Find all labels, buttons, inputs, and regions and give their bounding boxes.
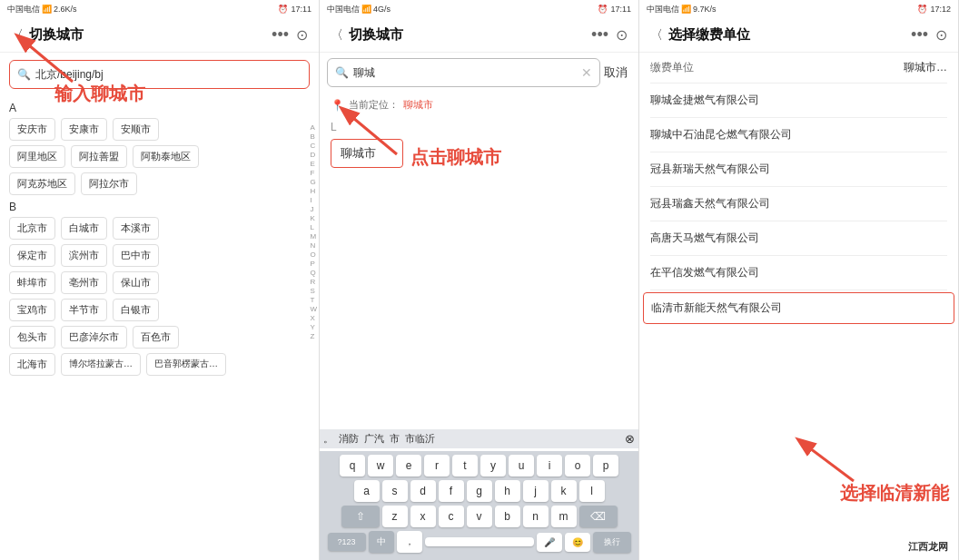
key-e[interactable]: e bbox=[396, 455, 421, 476]
nav-back-3[interactable]: 〈 bbox=[650, 27, 663, 44]
city-btn[interactable]: 包头市 bbox=[9, 326, 55, 349]
key-q[interactable]: q bbox=[340, 455, 365, 476]
search-bar-2[interactable]: 🔍 聊城 ✕ bbox=[327, 58, 600, 87]
key-u[interactable]: u bbox=[509, 455, 534, 476]
city-btn[interactable]: 保定市 bbox=[9, 244, 55, 267]
city-btn[interactable]: 安顺市 bbox=[113, 118, 159, 141]
sugg-item[interactable]: 。 bbox=[323, 432, 333, 446]
key-enter[interactable]: 换行 bbox=[593, 532, 631, 553]
key-shift[interactable]: ⇧ bbox=[341, 506, 380, 527]
key-t[interactable]: t bbox=[452, 455, 478, 476]
signal-1: 📶 bbox=[42, 5, 52, 14]
key-i[interactable]: i bbox=[537, 455, 562, 476]
nav-dots-3[interactable]: ••• bbox=[911, 25, 928, 44]
city-btn[interactable]: 滨州市 bbox=[61, 244, 107, 267]
city-btn[interactable]: 博尔塔拉蒙古… bbox=[61, 353, 141, 376]
key-w[interactable]: w bbox=[368, 455, 393, 476]
city-btn[interactable]: 阿克苏地区 bbox=[9, 172, 75, 195]
key-v[interactable]: v bbox=[467, 506, 492, 527]
key-comma[interactable]: ， bbox=[397, 531, 422, 553]
key-y[interactable]: y bbox=[480, 455, 506, 476]
key-s[interactable]: s bbox=[382, 480, 408, 502]
fee-unit-list: 缴费单位 聊城市… 聊城金捷燃气有限公司 聊城中石油昆仑燃气有限公司 冠县新瑞天… bbox=[639, 53, 958, 326]
city-btn[interactable]: 百色市 bbox=[133, 326, 179, 349]
key-backspace[interactable]: ⌫ bbox=[579, 506, 618, 527]
location-city[interactable]: 聊城市 bbox=[403, 98, 433, 112]
keyboard-row-1: q w e r t y u i o p bbox=[321, 455, 637, 476]
alpha-sidebar-1[interactable]: AB CD EF GH IJ KL MN OP QR ST WX YZ bbox=[310, 123, 317, 340]
city-btn[interactable]: 保山市 bbox=[113, 271, 159, 294]
key-n[interactable]: n bbox=[523, 506, 549, 527]
nav-target-3[interactable]: ⊙ bbox=[935, 26, 947, 44]
keyboard-suggestions: 。 消防 广汽 市 市临沂 ⊗ bbox=[320, 429, 638, 448]
key-mic[interactable]: 🎤 bbox=[537, 533, 562, 552]
city-btn[interactable]: 阿里地区 bbox=[9, 145, 65, 168]
city-btn[interactable]: 安康市 bbox=[61, 118, 107, 141]
key-k[interactable]: k bbox=[551, 480, 577, 502]
key-c[interactable]: c bbox=[439, 506, 464, 527]
city-btn[interactable]: 巴彦淖尔市 bbox=[61, 326, 127, 349]
city-content-1: A 安庆市 安康市 安顺市 阿里地区 阿拉善盟 阿勒泰地区 阿克苏地区 阿拉尔市… bbox=[0, 96, 319, 560]
alarm-2: ⏰ bbox=[598, 5, 608, 14]
fee-unit-item-3[interactable]: 冠县新瑞天然气有限公司 bbox=[650, 152, 947, 187]
key-123[interactable]: ?123 bbox=[328, 533, 366, 551]
key-x[interactable]: x bbox=[410, 506, 436, 527]
key-d[interactable]: d bbox=[410, 480, 436, 502]
key-m[interactable]: m bbox=[551, 506, 577, 527]
key-r[interactable]: r bbox=[424, 455, 450, 476]
fee-unit-item-2[interactable]: 聊城中石油昆仑燃气有限公司 bbox=[650, 118, 947, 152]
signal-2: 📶 bbox=[361, 5, 371, 14]
key-cn[interactable]: 中 bbox=[369, 531, 394, 553]
city-btn[interactable]: 蚌埠市 bbox=[9, 271, 55, 294]
key-g[interactable]: g bbox=[467, 480, 492, 502]
key-h[interactable]: h bbox=[495, 480, 520, 502]
city-btn[interactable]: 巴中市 bbox=[113, 244, 159, 267]
city-btn[interactable]: 巴音郭楞蒙古… bbox=[146, 353, 226, 376]
sugg-close-icon[interactable]: ⊗ bbox=[625, 432, 635, 446]
city-btn[interactable]: 本溪市 bbox=[113, 217, 159, 240]
key-emoji[interactable]: 😊 bbox=[565, 533, 590, 552]
key-o[interactable]: o bbox=[565, 455, 590, 476]
key-a[interactable]: a bbox=[354, 480, 380, 502]
key-f[interactable]: f bbox=[439, 480, 464, 502]
fee-unit-item-1[interactable]: 聊城金捷燃气有限公司 bbox=[650, 84, 947, 118]
city-btn[interactable]: 北海市 bbox=[9, 353, 55, 376]
search-clear-2[interactable]: ✕ bbox=[581, 65, 592, 80]
search-bar-1[interactable]: 🔍 bbox=[9, 60, 310, 89]
fee-unit-item-5[interactable]: 高唐天马燃气有限公司 bbox=[650, 221, 947, 256]
search-input-1[interactable] bbox=[35, 68, 302, 81]
sugg-item[interactable]: 市 bbox=[390, 432, 400, 446]
city-btn[interactable]: 阿勒泰地区 bbox=[133, 145, 199, 168]
key-j[interactable]: j bbox=[523, 480, 549, 502]
fee-unit-item-7-highlighted[interactable]: 临清市新能天然气有限公司 bbox=[643, 292, 954, 324]
city-btn[interactable]: 安庆市 bbox=[9, 118, 55, 141]
result-item-liaocheng[interactable]: 聊城市 bbox=[331, 139, 403, 168]
nav-dots-1[interactable]: ••• bbox=[272, 25, 289, 44]
sugg-item[interactable]: 消防 bbox=[339, 432, 359, 446]
cancel-btn-2[interactable]: 取消 bbox=[600, 64, 631, 81]
fee-unit-item-6[interactable]: 在平信发燃气有限公司 bbox=[650, 256, 947, 290]
key-p[interactable]: p bbox=[593, 455, 618, 476]
city-btn[interactable]: 北京市 bbox=[9, 217, 55, 240]
key-z[interactable]: z bbox=[382, 506, 408, 527]
key-l[interactable]: l bbox=[579, 480, 605, 502]
nav-title-3: 选择缴费单位 bbox=[668, 26, 911, 44]
nav-target-1[interactable]: ⊙ bbox=[296, 26, 308, 44]
city-btn[interactable]: 阿拉尔市 bbox=[81, 172, 137, 195]
nav-target-2[interactable]: ⊙ bbox=[616, 26, 628, 44]
nav-dots-2[interactable]: ••• bbox=[591, 25, 608, 44]
nav-back-2[interactable]: 〈 bbox=[331, 27, 343, 44]
city-btn[interactable]: 白银市 bbox=[113, 299, 159, 321]
sugg-item[interactable]: 市临沂 bbox=[405, 432, 435, 446]
key-space[interactable] bbox=[425, 537, 534, 546]
city-btn[interactable]: 半节市 bbox=[61, 299, 107, 321]
city-btn[interactable]: 白城市 bbox=[61, 217, 107, 240]
sugg-item[interactable]: 广汽 bbox=[364, 432, 384, 446]
city-btn[interactable]: 阿拉善盟 bbox=[71, 145, 127, 168]
fee-unit-item-4[interactable]: 冠县瑞鑫天然气有限公司 bbox=[650, 187, 947, 221]
city-btn[interactable]: 亳州市 bbox=[61, 271, 107, 294]
city-btn[interactable]: 宝鸡市 bbox=[9, 299, 55, 321]
nav-back-1[interactable]: 〈 bbox=[11, 27, 24, 44]
watermark: 江西龙网 bbox=[905, 539, 952, 555]
key-b[interactable]: b bbox=[495, 506, 520, 527]
